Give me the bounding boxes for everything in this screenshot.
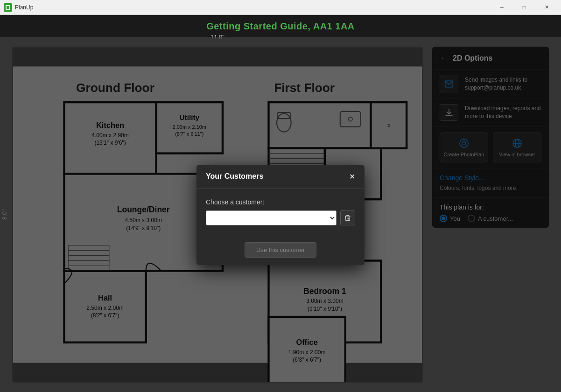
modal-footer: Use this customer xyxy=(196,235,365,265)
modal-overlay: Your Customers ✕ Choose a customer: xyxy=(0,37,561,392)
title-bar: PlanUp ─ □ ✕ xyxy=(0,0,561,15)
modal-body: Choose a customer: xyxy=(196,189,365,235)
window-controls: ─ □ ✕ xyxy=(491,0,557,15)
minimize-button[interactable]: ─ xyxy=(491,0,512,15)
top-bar: Getting Started Guide, AA1 1AA xyxy=(0,15,561,37)
close-button[interactable]: ✕ xyxy=(536,0,557,15)
use-customer-button[interactable]: Use this customer xyxy=(245,242,316,258)
app-title: PlanUp xyxy=(15,4,33,11)
header-title: Getting Started Guide, AA1 1AA xyxy=(206,21,355,32)
customer-select[interactable] xyxy=(206,210,337,225)
choose-customer-label: Choose a customer: xyxy=(206,198,355,206)
modal-title: Your Customers xyxy=(206,172,263,181)
app-icon xyxy=(4,3,12,12)
main-area: 11.0" 8.0" Ground Floor First Floor Kitc… xyxy=(0,37,561,392)
maximize-button[interactable]: □ xyxy=(513,0,535,15)
modal-header: Your Customers ✕ xyxy=(196,165,365,189)
customer-select-row xyxy=(206,210,355,225)
modal-close-button[interactable]: ✕ xyxy=(349,172,355,181)
delete-customer-button[interactable] xyxy=(340,210,355,225)
modal-dialog: Your Customers ✕ Choose a customer: xyxy=(196,165,365,265)
title-bar-left: PlanUp xyxy=(4,3,33,12)
app-icon-inner xyxy=(6,5,10,10)
